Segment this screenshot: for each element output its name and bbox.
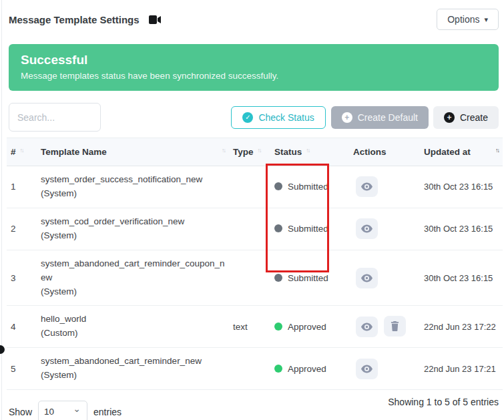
check-status-button[interactable]: ✓ Check Status <box>231 106 325 129</box>
view-button[interactable] <box>356 218 378 239</box>
create-default-label: Create Default <box>358 112 418 123</box>
actions-cell <box>349 166 420 208</box>
status-dot <box>274 224 282 232</box>
show-label: Show <box>9 407 32 417</box>
template-name-cell: system_cod_order_verification_new(System… <box>37 208 229 250</box>
updated-at-cell: 22nd Jun 23 17:21 <box>420 348 503 390</box>
sort-icon: ↑↓ <box>20 147 23 154</box>
status-dot <box>274 323 282 331</box>
footer-right: Showing 1 to 5 of 5 entries Previous 1 N… <box>377 397 499 420</box>
row-number: 1 <box>7 166 37 208</box>
options-button[interactable]: Options ▾ <box>437 9 499 30</box>
updated-at-cell: 30th Oct 23 16:15 <box>420 166 503 208</box>
column-header-actions: Actions <box>349 138 420 166</box>
view-button[interactable] <box>356 176 378 197</box>
type-cell <box>229 166 270 208</box>
create-button[interactable]: + Create <box>433 106 499 129</box>
status-dot <box>274 274 282 282</box>
template-name-cell: system_abandoned_cart_reminder_new(Syste… <box>37 348 229 390</box>
status-dot <box>274 182 282 190</box>
success-alert: Successful Message templates status have… <box>9 44 499 91</box>
showing-entries-text: Showing 1 to 5 of 5 entries <box>388 397 499 407</box>
type-cell <box>229 208 270 250</box>
row-number: 4 <box>7 306 37 348</box>
view-button[interactable] <box>356 317 378 337</box>
row-number: 3 <box>7 250 37 306</box>
table-row: 3 system_abandoned_cart_reminder_coupon_… <box>7 250 503 306</box>
check-circle-icon: ✓ <box>242 112 253 123</box>
check-status-label: Check Status <box>258 112 314 123</box>
table-row: 2 system_cod_order_verification_new(Syst… <box>7 208 503 250</box>
actions-cell <box>349 250 420 306</box>
row-number: 5 <box>7 348 37 390</box>
eye-icon <box>361 274 372 282</box>
entries-label: entries <box>93 407 121 417</box>
create-label: Create <box>460 112 488 123</box>
template-name-cell: hello_world(Custom) <box>37 306 229 348</box>
templates-table-wrapper: #↑↓ Template Name↑↓ Type↑↓ Status↑↓ Acti… <box>0 138 504 390</box>
type-cell: text <box>229 306 270 348</box>
updated-at-cell: 22nd Jun 23 17:22 <box>420 306 503 348</box>
card-left-border <box>1 0 2 420</box>
search-input[interactable] <box>9 103 101 132</box>
table-row: 5 system_abandoned_cart_reminder_new(Sys… <box>7 348 503 390</box>
page-size-select[interactable]: 10 <box>38 401 87 420</box>
plus-circle-icon: + <box>342 112 352 123</box>
actions-cell <box>349 208 420 250</box>
create-default-button[interactable]: + Create Default <box>331 106 429 129</box>
updated-at-cell: 30th Oct 23 16:15 <box>420 250 503 306</box>
alert-message: Message templates status have been synch… <box>21 71 487 81</box>
caret-down-icon: ▾ <box>484 16 488 23</box>
table-toolbar: ✓ Check Status + Create Default + Create <box>9 103 499 132</box>
sort-icon: ↑↓ <box>258 147 261 154</box>
eye-icon <box>361 182 372 191</box>
type-cell <box>229 250 270 306</box>
updated-at-cell: 30th Oct 23 16:15 <box>420 208 503 250</box>
table-row: 1 system_order_success_notification_new(… <box>7 166 503 208</box>
table-header-row: #↑↓ Template Name↑↓ Type↑↓ Status↑↓ Acti… <box>7 138 503 166</box>
sort-icon: ↑↓ <box>222 147 225 154</box>
title-group: Message Template Settings <box>9 14 161 25</box>
plus-circle-icon: + <box>444 112 455 123</box>
alert-title: Successful <box>21 53 487 67</box>
page-size-select-wrap: 10 ⌄ <box>38 401 87 420</box>
table-footer: Show 10 ⌄ entries Showing 1 to 5 of 5 en… <box>9 397 499 420</box>
status-dot <box>274 365 282 373</box>
page-size-group: Show 10 ⌄ entries <box>9 401 121 420</box>
status-cell: Submitted <box>270 250 349 306</box>
status-cell: Approved <box>270 348 349 390</box>
video-camera-icon <box>149 15 161 24</box>
eye-icon <box>361 323 372 331</box>
table-row: 4 hello_world(Custom) text Approved 22nd… <box>7 306 503 348</box>
template-name-cell: system_order_success_notification_new(Sy… <box>37 166 229 208</box>
actions-cell <box>349 306 420 348</box>
template-name-cell: system_abandoned_cart_reminder_coupon_ne… <box>37 250 229 306</box>
view-button[interactable] <box>356 268 378 288</box>
status-cell: Submitted <box>270 166 349 208</box>
templates-table: #↑↓ Template Name↑↓ Type↑↓ Status↑↓ Acti… <box>7 138 503 390</box>
column-header-type[interactable]: Type↑↓ <box>229 138 270 166</box>
eye-icon <box>361 224 372 233</box>
status-cell: Submitted <box>270 208 349 250</box>
trash-icon <box>391 321 399 331</box>
status-cell: Approved <box>270 306 349 348</box>
sort-icon: ↑↓ <box>495 147 499 154</box>
column-header-updated-at[interactable]: Updated at↑↓ <box>420 138 503 166</box>
type-cell <box>229 348 270 390</box>
actions-cell <box>349 348 420 390</box>
page-title: Message Template Settings <box>9 14 140 25</box>
column-header-template-name[interactable]: Template Name↑↓ <box>37 138 229 166</box>
column-header-status[interactable]: Status↑↓ <box>270 138 349 166</box>
page-header: Message Template Settings Options ▾ <box>0 0 504 31</box>
row-number: 2 <box>7 208 37 250</box>
message-template-settings-page: Message Template Settings Options ▾ Succ… <box>0 0 504 420</box>
view-button[interactable] <box>356 359 378 379</box>
sort-icon: ↑↓ <box>306 147 309 154</box>
options-button-label: Options <box>447 14 479 25</box>
eye-icon <box>361 365 372 373</box>
delete-button[interactable] <box>384 316 406 337</box>
column-header-number[interactable]: #↑↓ <box>7 138 37 166</box>
